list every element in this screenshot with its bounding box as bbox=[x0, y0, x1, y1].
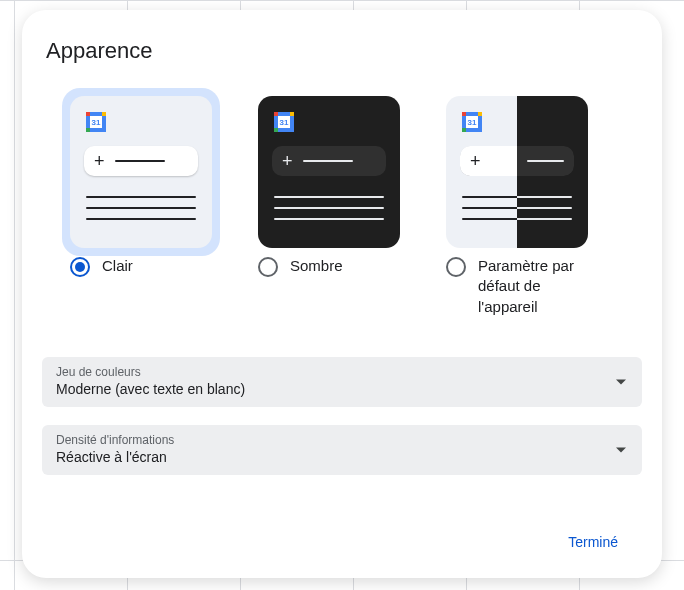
chevron-down-icon bbox=[616, 379, 626, 384]
svg-rect-10 bbox=[290, 112, 294, 116]
svg-text:31: 31 bbox=[280, 118, 289, 127]
density-label: Densité d'informations bbox=[56, 433, 628, 447]
preview-lines bbox=[460, 196, 574, 220]
calendar-icon: 31 bbox=[460, 110, 484, 134]
color-scheme-value: Moderne (avec texte en blanc) bbox=[56, 381, 628, 397]
radio-label-device: Paramètre par défaut de l'appareil bbox=[478, 256, 598, 317]
svg-rect-5 bbox=[102, 128, 106, 132]
svg-rect-17 bbox=[478, 112, 482, 116]
preview-lines bbox=[84, 196, 198, 220]
chevron-down-icon bbox=[616, 447, 626, 452]
svg-rect-4 bbox=[86, 128, 90, 132]
radio-light[interactable] bbox=[70, 257, 90, 277]
calendar-icon: 31 bbox=[272, 110, 296, 134]
svg-rect-9 bbox=[274, 112, 278, 116]
svg-rect-16 bbox=[462, 112, 466, 116]
radio-label-light: Clair bbox=[102, 256, 133, 276]
dialog-footer: Terminé bbox=[42, 526, 642, 558]
density-select[interactable]: Densité d'informations Réactive à l'écra… bbox=[42, 425, 642, 475]
color-scheme-select[interactable]: Jeu de couleurs Moderne (avec texte en b… bbox=[42, 357, 642, 407]
svg-rect-18 bbox=[462, 128, 466, 132]
theme-preview-dark: 31 + bbox=[258, 96, 400, 248]
theme-option-device[interactable]: 31 + Paramètre par défaut de l'appareil bbox=[438, 88, 598, 317]
svg-text:31: 31 bbox=[468, 118, 477, 127]
radio-dark[interactable] bbox=[258, 257, 278, 277]
density-value: Réactive à l'écran bbox=[56, 449, 628, 465]
svg-rect-19 bbox=[478, 128, 482, 132]
dialog-title: Apparence bbox=[46, 38, 642, 64]
appearance-dialog: Apparence 31 + bbox=[22, 10, 662, 578]
plus-icon: + bbox=[94, 152, 105, 170]
color-scheme-label: Jeu de couleurs bbox=[56, 365, 628, 379]
theme-option-dark[interactable]: 31 + Sombre bbox=[250, 88, 408, 317]
radio-device[interactable] bbox=[446, 257, 466, 277]
create-pill: + bbox=[84, 146, 198, 176]
create-pill: + bbox=[460, 146, 574, 176]
theme-preview-light: 31 + bbox=[70, 96, 212, 248]
svg-rect-11 bbox=[274, 128, 278, 132]
svg-rect-3 bbox=[102, 112, 106, 116]
theme-option-light[interactable]: 31 + Clair bbox=[62, 88, 220, 317]
svg-rect-12 bbox=[290, 128, 294, 132]
theme-options-row: 31 + Clair bbox=[62, 88, 642, 317]
svg-text:31: 31 bbox=[92, 118, 101, 127]
done-button[interactable]: Terminé bbox=[556, 526, 630, 558]
preview-lines bbox=[272, 196, 386, 220]
plus-icon: + bbox=[282, 152, 293, 170]
create-pill: + bbox=[272, 146, 386, 176]
svg-rect-2 bbox=[86, 112, 90, 116]
plus-icon: + bbox=[470, 152, 481, 170]
radio-label-dark: Sombre bbox=[290, 256, 343, 276]
theme-preview-device: 31 + bbox=[446, 96, 588, 248]
calendar-icon: 31 bbox=[84, 110, 108, 134]
